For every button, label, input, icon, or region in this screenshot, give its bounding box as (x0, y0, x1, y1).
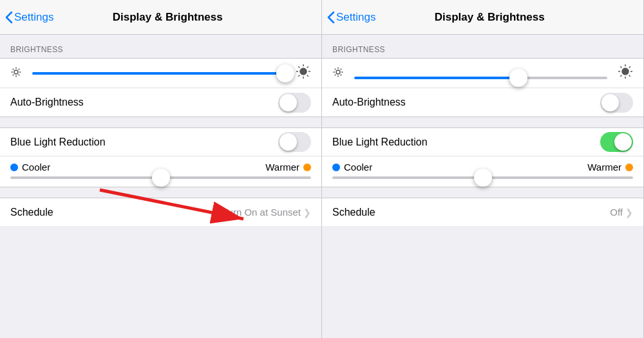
brightness-group: Auto-Brightness (0, 58, 321, 117)
color-temp-section: Cooler Warmer (0, 156, 321, 187)
cooler-label: Cooler (332, 162, 372, 173)
schedule-value: Off (610, 207, 623, 218)
cooler-dot (10, 164, 18, 171)
auto-brightness-row[interactable]: Auto-Brightness (322, 88, 643, 117)
warmer-label: Warmer (587, 162, 633, 173)
sun-small-icon (10, 66, 22, 80)
color-slider-thumb (152, 169, 170, 187)
chevron-right-icon: ❯ (625, 207, 633, 218)
right-panel: Settings Display & Brightness BRIGHTNESS (322, 0, 644, 338)
page-title: Display & Brightness (56, 11, 279, 24)
back-label: Settings (14, 11, 53, 24)
warmer-dot (625, 164, 633, 171)
warmer-text: Warmer (587, 162, 621, 173)
blue-light-group: Blue Light Reduction Cooler Warmer (322, 127, 643, 187)
page-title: Display & Brightness (378, 11, 601, 24)
back-label: Settings (336, 11, 375, 24)
color-temp-section: Cooler Warmer (322, 156, 643, 187)
chevron-right-icon: ❯ (303, 207, 311, 218)
svg-point-20 (336, 70, 340, 74)
toggle-knob (279, 133, 297, 151)
cooler-text: Cooler (344, 162, 372, 173)
svg-line-25 (335, 69, 336, 70)
blue-light-label: Blue Light Reduction (332, 136, 600, 148)
schedule-row[interactable]: Schedule Turn On at Sunset ❯ (0, 198, 321, 226)
brightness-slider-row[interactable] (322, 59, 643, 88)
brightness-section-label: BRIGHTNESS (322, 35, 643, 58)
schedule-label: Schedule (332, 207, 610, 218)
auto-brightness-label: Auto-Brightness (10, 97, 278, 108)
svg-line-28 (341, 69, 342, 70)
svg-line-19 (307, 66, 308, 68)
toggle-knob (614, 133, 632, 151)
warmer-text: Warmer (265, 162, 299, 173)
sun-large-icon (618, 64, 633, 82)
svg-line-17 (307, 75, 308, 77)
header: Settings Display & Brightness (0, 0, 321, 35)
svg-point-2 (14, 70, 18, 74)
schedule-row[interactable]: Schedule Off ❯ (322, 198, 643, 226)
brightness-slider-row[interactable] (0, 59, 321, 88)
warmer-label: Warmer (265, 162, 311, 173)
auto-brightness-toggle[interactable] (278, 93, 311, 113)
color-slider-thumb (474, 169, 492, 187)
svg-point-11 (300, 68, 307, 75)
blue-light-group: Blue Light Reduction Cooler Warmer (0, 127, 321, 187)
svg-line-26 (341, 75, 342, 76)
svg-line-36 (620, 75, 621, 77)
back-chevron-icon (5, 11, 13, 24)
svg-line-27 (335, 75, 336, 76)
svg-line-8 (19, 75, 20, 76)
toggle-knob (279, 94, 297, 111)
svg-line-9 (13, 75, 14, 76)
svg-line-18 (298, 75, 299, 77)
schedule-label: Schedule (10, 207, 222, 218)
back-chevron-icon (327, 11, 335, 24)
cooler-text: Cooler (22, 162, 50, 173)
svg-line-16 (298, 66, 299, 68)
back-button[interactable]: Settings (327, 11, 375, 24)
blue-light-row[interactable]: Blue Light Reduction (0, 128, 321, 156)
brightness-group: Auto-Brightness (322, 58, 643, 117)
left-panel: Settings Display & Brightness BRIGHTNESS (0, 0, 322, 338)
blue-light-label: Blue Light Reduction (10, 136, 278, 148)
blue-light-row[interactable]: Blue Light Reduction (322, 128, 643, 156)
cooler-dot (332, 164, 340, 171)
warmer-dot (303, 164, 311, 171)
cooler-label: Cooler (10, 162, 50, 173)
svg-line-10 (19, 69, 20, 70)
sun-large-icon (296, 64, 311, 82)
header: Settings Display & Brightness (322, 0, 643, 35)
blue-light-toggle[interactable] (278, 132, 311, 152)
toggle-knob (601, 94, 619, 111)
back-button[interactable]: Settings (5, 11, 53, 24)
blue-light-toggle[interactable] (600, 132, 633, 152)
sun-small-icon (332, 66, 344, 80)
color-temp-slider[interactable] (332, 176, 633, 179)
color-temp-slider[interactable] (10, 176, 311, 179)
svg-line-7 (13, 69, 14, 70)
schedule-value: Turn On at Sunset (222, 207, 301, 218)
svg-line-34 (620, 66, 621, 68)
auto-brightness-label: Auto-Brightness (332, 97, 600, 108)
auto-brightness-row[interactable]: Auto-Brightness (0, 88, 321, 117)
brightness-section-label: BRIGHTNESS (0, 35, 321, 58)
svg-line-35 (629, 75, 630, 77)
auto-brightness-toggle[interactable] (600, 93, 633, 113)
svg-point-29 (622, 68, 629, 75)
svg-line-37 (629, 66, 630, 68)
